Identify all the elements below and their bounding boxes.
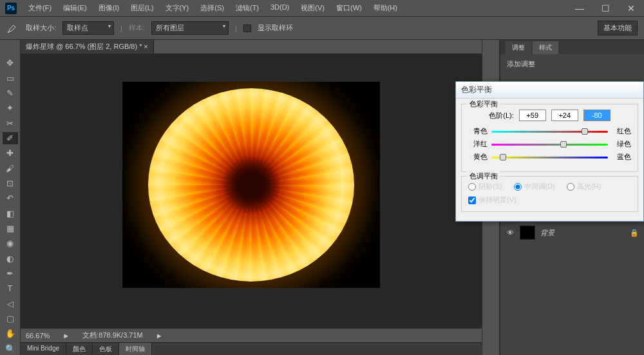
close-button[interactable]: ✕	[618, 0, 644, 17]
tab-swatch[interactable]: 色板	[93, 343, 119, 355]
eyedropper-tool[interactable]: ✐	[3, 132, 18, 144]
color-balance-dialog: 色彩平衡 色彩平衡 色阶(L): 青色 红色 洋红 绿色 黄色	[455, 81, 644, 222]
blur-tool[interactable]: ◉	[3, 237, 18, 249]
level-cyan-red-input[interactable]	[519, 110, 546, 121]
chevron-right-icon[interactable]: ►	[62, 332, 70, 340]
heal-tool[interactable]: ✚	[3, 147, 18, 159]
menu-layer[interactable]: 图层(L)	[126, 1, 158, 15]
tab-close-icon[interactable]: ×	[144, 43, 147, 50]
levels-label: 色阶(L):	[489, 111, 514, 120]
lock-icon: 🔒	[630, 229, 639, 237]
lasso-tool[interactable]: ✎	[3, 87, 18, 99]
blue-label: 蓝色	[612, 152, 631, 162]
menu-edit[interactable]: 编辑(E)	[58, 1, 92, 15]
magenta-label: 洋红	[468, 139, 488, 149]
group-label: 色彩平衡	[467, 99, 500, 109]
preserve-luminosity-checkbox[interactable]: 保持明度(V)	[468, 195, 631, 205]
gradient-tool[interactable]: ▦	[3, 222, 18, 235]
tab-styles[interactable]: 样式	[533, 41, 558, 54]
yellow-label: 黄色	[468, 152, 488, 162]
menu-help[interactable]: 帮助(H)	[368, 1, 402, 15]
maximize-button[interactable]: ☐	[592, 0, 618, 17]
cyan-label: 青色	[468, 126, 488, 136]
show-ring-label: 显示取样环	[258, 23, 293, 33]
yellow-blue-slider[interactable]	[491, 153, 608, 162]
stamp-tool[interactable]: ⊡	[3, 177, 18, 189]
sample-size-label: 取样大小:	[26, 23, 56, 33]
app-logo: Ps	[5, 3, 17, 14]
canvas-area[interactable]	[21, 54, 482, 328]
layers-panel: 原图 👁 背景 🔒	[500, 203, 644, 355]
show-ring-checkbox[interactable]	[243, 24, 251, 32]
level-magenta-green-input[interactable]	[551, 110, 578, 121]
add-adjustment-label: 添加调整	[500, 54, 644, 74]
sample-label: 样本:	[129, 23, 145, 33]
doc-info: 文档:878.9K/3.71M	[82, 331, 143, 340]
type-tool[interactable]: T	[3, 282, 18, 294]
pen-tool[interactable]: ✒	[3, 267, 18, 280]
layer-thumbnail	[520, 225, 535, 240]
dodge-tool[interactable]: ◐	[3, 252, 18, 264]
sample-size-select[interactable]: 取样点	[62, 21, 114, 35]
path-tool[interactable]: ◁	[3, 298, 18, 310]
menu-3d[interactable]: 3D(D)	[265, 1, 294, 15]
history-tool[interactable]: ↶	[3, 192, 18, 204]
document-canvas	[122, 82, 380, 288]
sample-select[interactable]: 所有图层	[151, 21, 229, 35]
wand-tool[interactable]: ✦	[3, 102, 18, 114]
tab-timeline[interactable]: 时间轴	[119, 343, 152, 355]
level-yellow-blue-input[interactable]	[583, 110, 611, 121]
visibility-icon[interactable]: 👁	[506, 229, 515, 236]
menu-filter[interactable]: 滤镜(T)	[231, 1, 264, 15]
zoom-tool[interactable]: 🔍	[3, 343, 18, 355]
crop-tool[interactable]: ✂	[3, 117, 18, 129]
magenta-green-slider[interactable]	[491, 140, 608, 149]
dialog-title[interactable]: 色彩平衡	[456, 82, 643, 99]
cyan-red-slider[interactable]	[491, 127, 608, 136]
move-tool[interactable]: ✥	[3, 57, 18, 69]
shape-tool[interactable]: ▢	[3, 312, 18, 325]
menu-view[interactable]: 视图(V)	[296, 1, 330, 15]
chevron-right-icon[interactable]: ►	[156, 332, 163, 340]
shadows-radio[interactable]: 阴影(S)	[468, 182, 502, 191]
eyedropper-icon	[6, 22, 19, 35]
brush-tool[interactable]: 🖌	[3, 162, 18, 174]
green-label: 绿色	[612, 139, 631, 149]
zoom-level[interactable]: 66.67%	[26, 332, 50, 340]
tab-minibridge[interactable]: Mini Bridge	[21, 343, 66, 355]
eraser-tool[interactable]: ◧	[3, 207, 18, 219]
workspace-basic-button[interactable]: 基本功能	[598, 21, 638, 35]
document-tab[interactable]: 爆炸星球 @ 66.7% (图层 2, RGB/8) * ×	[21, 40, 154, 53]
highlights-radio[interactable]: 高光(H)	[567, 182, 601, 191]
hand-tool[interactable]: ✋	[3, 327, 18, 340]
tab-adjustments[interactable]: 调整	[506, 41, 531, 54]
group-label: 色调平衡	[467, 171, 500, 181]
menu-type[interactable]: 文字(Y)	[160, 1, 194, 15]
minimize-button[interactable]: —	[567, 0, 592, 17]
midtones-radio[interactable]: 中间调(D)	[514, 182, 555, 191]
menu-window[interactable]: 窗口(W)	[331, 1, 367, 15]
red-label: 红色	[612, 126, 631, 136]
menu-file[interactable]: 文件(F)	[23, 1, 57, 15]
layer-row[interactable]: 👁 背景 🔒	[500, 224, 644, 242]
menu-image[interactable]: 图像(I)	[93, 1, 124, 15]
tab-color[interactable]: 颜色	[66, 343, 93, 355]
main-menu: 文件(F) 编辑(E) 图像(I) 图层(L) 文字(Y) 选择(S) 滤镜(T…	[23, 1, 402, 15]
layer-name[interactable]: 背景	[540, 228, 554, 238]
marquee-tool[interactable]: ▭	[3, 72, 18, 84]
menu-select[interactable]: 选择(S)	[195, 1, 229, 15]
tools-panel: ✥ ▭ ✎ ✦ ✂ ✐ ✚ 🖌 ⊡ ↶ ◧ ▦ ◉ ◐ ✒ T ◁ ▢ ✋ 🔍	[0, 40, 21, 355]
